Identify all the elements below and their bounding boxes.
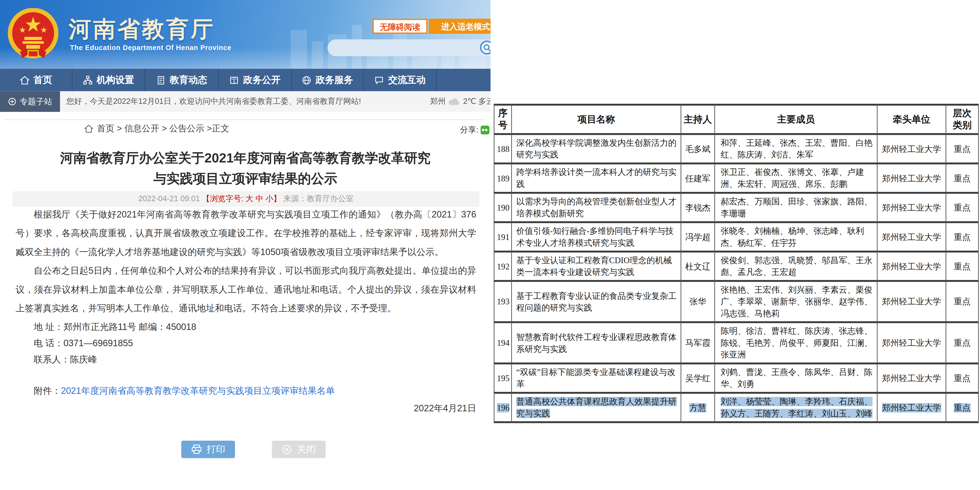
site-banner: 河南省教育厅 The Education Department Of Henan… bbox=[0, 0, 491, 68]
cell-no: 196 bbox=[494, 393, 512, 422]
site-search-input[interactable] bbox=[328, 40, 491, 56]
article-body: 根据我厅《关于做好2021年河南省高等教育教学改革研究与实践项目立项工作的通知》… bbox=[16, 205, 476, 416]
attachment-label: 附件： bbox=[34, 386, 61, 396]
publish-date: 2022年4月21日 bbox=[16, 400, 476, 416]
print-button[interactable]: 打印 bbox=[181, 441, 235, 458]
document-icon bbox=[156, 75, 165, 85]
article-title: 河南省教育厅办公室关于2021年度河南省高等教育教学改革研究 与实践项目立项评审… bbox=[0, 147, 491, 189]
chat-bubble-icon bbox=[374, 75, 384, 85]
close-button[interactable]: 关闭 bbox=[272, 441, 326, 458]
search-button[interactable] bbox=[480, 41, 490, 54]
topic-badge-icon bbox=[8, 98, 16, 106]
weather-text: 2℃ 多云 bbox=[463, 96, 491, 107]
nav-filler bbox=[437, 68, 491, 91]
topic-subsite-badge[interactable]: 专题子站 bbox=[0, 91, 60, 112]
main-navigation: 首页 机构设置 教育动态 政务公开 政务服务 交流互动 bbox=[0, 68, 491, 91]
table-row[interactable]: 190 以需求为导向的高校管理类创新创业型人才培养模式创新研究 李锐杰 郝宏杰、… bbox=[494, 193, 978, 222]
cell-leader: 李锐杰 bbox=[681, 193, 715, 222]
results-document: 序号 项目名称 主持人 主要成员 牵头单位 层次类别 188 深化高校学科学院调… bbox=[491, 0, 980, 490]
cell-no: 188 bbox=[494, 134, 512, 164]
home-icon bbox=[20, 75, 29, 85]
table-header-row: 序号 项目名称 主持人 主要成员 牵头单位 层次类别 bbox=[494, 105, 978, 134]
contact-person-line: 联系人：陈庆峰 bbox=[16, 351, 476, 368]
cell-members: 侯俊剑、郭志强、巩晓赟、邬昌军、王永彪、孟凡念、王宏超 bbox=[715, 251, 877, 281]
cell-project-name: 跨学科培养设计类一流本科人才的研究与实践 bbox=[512, 164, 681, 193]
header-no: 序号 bbox=[494, 105, 512, 134]
publish-datetime: 2022-04-21 09:01 bbox=[138, 194, 200, 203]
gov-portal-page: 河南省教育厅 The Education Department Of Henan… bbox=[0, 0, 491, 490]
close-circle-icon bbox=[282, 444, 292, 454]
search-icon bbox=[483, 44, 490, 52]
table-row[interactable]: 194 智慧教育时代软件工程专业课程思政教育体系研究与实践 马军霞 陈明、徐洁、… bbox=[494, 322, 978, 363]
article-source: 来源：教育厅办公室 bbox=[283, 194, 354, 203]
cell-lead-unit: 郑州轻工业大学 bbox=[877, 164, 946, 193]
cell-project-name: 深化高校学科学院调整激发内生创新活力的研究与实践 bbox=[512, 134, 681, 164]
header-level: 层次类别 bbox=[946, 105, 978, 134]
cell-level: 重点 bbox=[946, 281, 978, 322]
article-meta: 2022-04-21 09:01 【浏览字号: 大 中 小】 来源：教育厅办公室 bbox=[13, 191, 479, 207]
wechat-share-icon[interactable] bbox=[480, 126, 489, 134]
weather-city: 郑州 bbox=[430, 96, 445, 107]
paragraph-1: 根据我厅《关于做好2021年河南省高等教育教学改革研究与实践项目立项工作的通知》… bbox=[16, 205, 476, 261]
cell-leader: 方慧 bbox=[681, 393, 715, 422]
nav-item-edu-news[interactable]: 教育动态 bbox=[145, 68, 219, 91]
cell-leader: 冯学超 bbox=[681, 222, 715, 252]
elder-mode-button[interactable]: 进入适老模式 bbox=[429, 19, 491, 34]
nav-item-org[interactable]: 机构设置 bbox=[73, 68, 145, 91]
cell-leader: 张华 bbox=[681, 281, 715, 322]
share-bar: 分享: bbox=[460, 124, 491, 136]
table-row[interactable]: 192 基于专业认证和工程教育CDIO理念的机械类一流本科专业建设研究与实践 杜… bbox=[494, 251, 978, 281]
cell-lead-unit: 郑州轻工业大学 bbox=[877, 222, 946, 252]
cell-project-name: 基于专业认证和工程教育CDIO理念的机械类一流本科专业建设研究与实践 bbox=[512, 251, 681, 281]
cell-lead-unit: 郑州轻工业大学 bbox=[877, 363, 946, 393]
national-emblem-logo bbox=[7, 8, 59, 60]
table-row[interactable]: 188 深化高校学科学院调整激发内生创新活力的研究与实践 毛多斌 和萍、王延峰、… bbox=[494, 134, 978, 164]
cell-lead-unit: 郑州轻工业大学 bbox=[877, 393, 946, 422]
cloud-icon bbox=[448, 98, 461, 106]
results-table: 序号 项目名称 主持人 主要成员 牵头单位 层次类别 188 深化高校学科学院调… bbox=[494, 104, 979, 423]
table-row[interactable]: 191 价值引领-知行融合-多维协同电子科学与技术专业人才培养模式研究与实践 冯… bbox=[494, 222, 978, 252]
cell-level: 重点 bbox=[946, 363, 978, 393]
font-size-switcher[interactable]: 【浏览字号: 大 中 小】 bbox=[202, 194, 281, 203]
attachment-link[interactable]: 2021年度河南省高等教育教学改革研究与实践项目立项评审结果名单 bbox=[61, 386, 335, 396]
cell-leader: 杜文辽 bbox=[681, 251, 715, 281]
cell-lead-unit: 郑州轻工业大学 bbox=[877, 281, 946, 322]
cell-no: 194 bbox=[494, 322, 512, 363]
table-row[interactable]: 189 跨学科培养设计类一流本科人才的研究与实践 任建军 张卫正、崔俊杰、张博文… bbox=[494, 164, 978, 193]
cell-members: 张晓冬、刘楠楠、杨坤、张志峰、耿利杰、杨红军、任宇芬 bbox=[715, 222, 877, 252]
cell-members: 和萍、王延峰、张杰、王宏、曹阳、白艳红、陈庆涛、刘洁、朱军 bbox=[715, 134, 877, 164]
accessibility-reading-button[interactable]: 无障碍阅读 bbox=[372, 19, 428, 34]
nav-item-interaction[interactable]: 交流互动 bbox=[364, 68, 437, 91]
header-leader: 主持人 bbox=[681, 105, 715, 134]
cell-no: 190 bbox=[494, 193, 512, 222]
nav-item-home[interactable]: 首页 bbox=[0, 68, 73, 91]
cell-members: 陈明、徐洁、曹祥红、陈庆涛、张志锋、陈锐、毛艳芳、尚俊平、师夏阳、江澜、张亚洲 bbox=[715, 322, 877, 363]
cell-lead-unit: 郑州轻工业大学 bbox=[877, 193, 946, 222]
header-lead-unit: 牵头单位 bbox=[877, 105, 946, 134]
site-title-english: The Education Department Of Henan Provin… bbox=[70, 44, 232, 51]
cell-lead-unit: 郑州轻工业大学 bbox=[877, 251, 946, 281]
cell-leader: 马军霞 bbox=[681, 322, 715, 363]
table-row[interactable]: 196 普通高校公共体育课程思政育人效果提升研究与实践 方慧 刘洋、杨莹莹、陶琳… bbox=[494, 393, 978, 422]
cell-level: 重点 bbox=[946, 322, 978, 363]
nav-item-gov-disclosure[interactable]: 政务公开 bbox=[219, 68, 292, 91]
cell-members: 张艳艳、王宏伟、刘兴丽、李素云、栗俊广、李翠翠、谢新华、张丽华、赵学伟、冯志强、… bbox=[715, 281, 877, 322]
cell-level: 重点 bbox=[946, 222, 978, 252]
nav-item-gov-services[interactable]: 政务服务 bbox=[292, 68, 364, 91]
article-title-line1: 河南省教育厅办公室关于2021年度河南省高等教育教学改革研究 bbox=[0, 147, 491, 168]
cell-level: 重点 bbox=[946, 393, 978, 422]
welcome-text: 您好，今天是2022年12月01日，欢迎访问中共河南省委教育工委、河南省教育厅网… bbox=[66, 91, 361, 112]
cell-members: 郝宏杰、万顺国、田珍、张家旗、路阳、李珊珊 bbox=[715, 193, 877, 222]
cell-leader: 毛多斌 bbox=[681, 134, 715, 164]
printer-icon bbox=[191, 444, 202, 454]
table-row[interactable]: 195 “双碳”目标下能源类专业基础课程建设与改革 吴学红 刘鹤、曹泷、王燕令、… bbox=[494, 363, 978, 393]
table-row[interactable]: 193 基于工程教育专业认证的食品类专业复杂工程问题的研究与实践 张华 张艳艳、… bbox=[494, 281, 978, 322]
paragraph-2: 自公布之日起5日内，任何单位和个人对公布的结果持有异议，可以书面形式向我厅高教处… bbox=[16, 261, 476, 318]
contact-block: 地 址：郑州市正光路11号 邮编：450018 电 话：0371—6969185… bbox=[16, 319, 476, 368]
cell-no: 192 bbox=[494, 251, 512, 281]
cell-lead-unit: 郑州轻工业大学 bbox=[877, 134, 946, 164]
open-book-icon bbox=[229, 75, 239, 85]
breadcrumb[interactable]: 首页 > 信息公开 > 公告公示 >正文 bbox=[84, 123, 229, 134]
org-chart-icon bbox=[83, 75, 92, 85]
phone-line: 电 话：0371—69691855 bbox=[16, 335, 476, 351]
